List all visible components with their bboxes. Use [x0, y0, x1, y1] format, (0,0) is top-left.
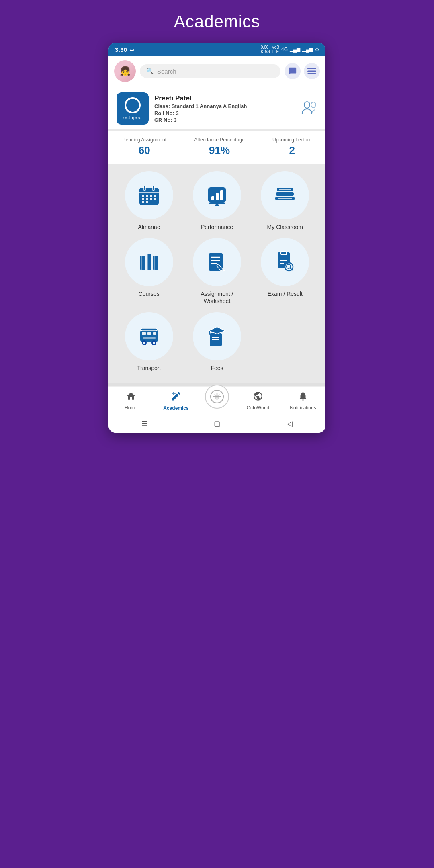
svg-point-4	[311, 102, 316, 108]
home-icon	[126, 391, 136, 404]
svg-rect-2	[307, 73, 316, 74]
svg-rect-60	[141, 328, 157, 331]
svg-rect-22	[211, 196, 214, 200]
stat-upcoming-lecture: Upcoming Lecture 2	[272, 137, 311, 157]
svg-rect-10	[146, 195, 148, 197]
grid-item-my-classroom[interactable]: My Classroom	[255, 171, 315, 231]
courses-label: Courses	[139, 290, 160, 297]
search-placeholder: Search	[157, 68, 176, 75]
grid-item-assignment-worksheet[interactable]: Assignment /Worksheet	[187, 238, 247, 305]
svg-rect-51	[140, 330, 158, 342]
svg-rect-52	[142, 332, 146, 335]
svg-rect-36	[154, 256, 155, 270]
nav-academics[interactable]: Academics	[158, 391, 194, 411]
courses-icon-circle	[125, 238, 173, 286]
nav-notifications[interactable]: Notifications	[285, 391, 321, 411]
grid-item-courses[interactable]: Courses	[119, 238, 179, 305]
svg-point-56	[143, 342, 145, 344]
performance-icon-circle	[193, 171, 241, 219]
page-title: Academics	[174, 12, 260, 31]
notifications-icon	[298, 391, 308, 404]
profile-name: Preeti Patel	[154, 94, 301, 102]
app-header: 👧 🔍 Search	[108, 56, 326, 86]
svg-rect-1	[307, 71, 316, 72]
svg-rect-15	[150, 198, 152, 200]
grid-row-2: Courses Assignment /Worksheet	[115, 238, 319, 305]
menu-icon-button[interactable]	[304, 63, 320, 79]
stat-pending-assignment: Pending Assignment 60	[123, 137, 166, 157]
svg-rect-67	[209, 331, 210, 335]
stats-row: Pending Assignment 60 Attendance Percent…	[108, 131, 326, 164]
svg-rect-13	[142, 198, 144, 200]
academics-icon	[170, 391, 182, 404]
svg-rect-17	[142, 201, 144, 203]
svg-rect-11	[150, 195, 152, 197]
transport-icon-circle	[125, 312, 173, 360]
status-bar: 3:30 ▭ 0.00KB/S VoBLTE 4G ▂▄▆ ▂▄▆ ⊙	[108, 43, 326, 56]
svg-point-3	[304, 102, 310, 108]
my-classroom-icon-circle	[261, 171, 309, 219]
svg-rect-12	[154, 195, 156, 197]
exam-result-label: Exam / Result	[268, 290, 303, 297]
android-menu-btn[interactable]: ☰	[141, 419, 148, 428]
svg-rect-32	[147, 254, 151, 270]
bottom-nav: Home Academics	[108, 386, 326, 414]
svg-rect-23	[216, 193, 219, 200]
profile-gr: GR No: 3	[154, 117, 301, 123]
fees-icon-circle	[193, 312, 241, 360]
profile-roll: Roll No: 3	[154, 110, 301, 116]
octopod-logo: octopod	[117, 92, 149, 125]
svg-point-58	[153, 342, 155, 344]
svg-rect-34	[141, 256, 142, 270]
search-bar[interactable]: 🔍 Search	[140, 64, 280, 78]
svg-rect-35	[147, 254, 148, 270]
profile-class: Class: Standard 1 Annanya A English	[154, 103, 301, 109]
nav-academics-label: Academics	[163, 405, 188, 411]
octoworld-icon	[253, 391, 263, 404]
grid-item-exam-result[interactable]: Exam / Result	[255, 238, 315, 305]
grid-item-fees[interactable]: Fees	[187, 312, 247, 372]
svg-rect-33	[153, 256, 158, 270]
performance-label: Performance	[201, 223, 233, 231]
nav-octoworld[interactable]: OctoWorld	[240, 391, 276, 411]
svg-rect-20	[153, 186, 154, 191]
avatar[interactable]: 👧	[114, 60, 136, 82]
android-home-btn[interactable]: ▢	[214, 419, 221, 428]
chat-icon-button[interactable]	[285, 63, 301, 79]
search-icon: 🔍	[146, 68, 154, 75]
svg-rect-14	[146, 198, 148, 200]
profile-card: octopod Preeti Patel Class: Standard 1 A…	[108, 86, 326, 129]
fees-label: Fees	[211, 364, 223, 372]
svg-rect-24	[220, 190, 223, 200]
grid-item-performance[interactable]: Performance	[187, 171, 247, 231]
phone-frame: 3:30 ▭ 0.00KB/S VoBLTE 4G ▂▄▆ ▂▄▆ ⊙ 👧 🔍 …	[108, 43, 326, 433]
grid-row-1: Almanac Performance	[115, 171, 319, 231]
nav-home-label: Home	[125, 405, 137, 411]
nav-octoworld-center[interactable]	[203, 393, 231, 409]
header-icons	[285, 63, 320, 79]
svg-rect-19	[144, 186, 145, 191]
svg-rect-9	[142, 195, 144, 197]
almanac-icon-circle	[125, 171, 173, 219]
grid-row-3: Transport Fees	[115, 312, 319, 372]
transport-label: Transport	[137, 364, 161, 372]
stat-attendance: Attendance Percentage 91%	[194, 137, 244, 157]
assignment-worksheet-label: Assignment /Worksheet	[201, 290, 233, 305]
svg-rect-0	[307, 68, 316, 69]
my-classroom-label: My Classroom	[267, 223, 303, 231]
svg-rect-53	[147, 332, 151, 335]
svg-rect-54	[153, 332, 156, 335]
grid-item-transport[interactable]: Transport	[119, 312, 179, 372]
grid-section: Almanac Performance	[108, 164, 326, 383]
svg-rect-18	[146, 201, 148, 203]
android-back-btn[interactable]: ◁	[287, 419, 293, 428]
almanac-label: Almanac	[138, 223, 160, 231]
profile-users-icon[interactable]	[301, 100, 317, 117]
svg-rect-16	[154, 198, 156, 200]
grid-item-almanac[interactable]: Almanac	[119, 171, 179, 231]
svg-rect-44	[281, 252, 287, 255]
octoworld-center-icon	[205, 385, 229, 409]
status-time: 3:30 ▭	[115, 46, 134, 53]
nav-home[interactable]: Home	[113, 391, 149, 411]
nav-octoworld-label: OctoWorld	[247, 405, 269, 411]
